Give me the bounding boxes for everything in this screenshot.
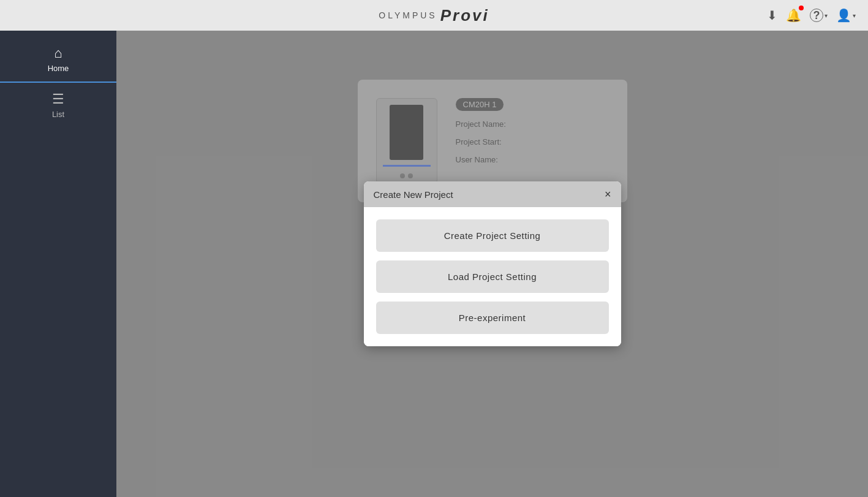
logo-olympus: olympus	[379, 10, 437, 20]
sidebar-item-home[interactable]: ⌂ Home	[0, 37, 116, 83]
modal-header: Create New Project ×	[364, 181, 621, 207]
notification-badge	[799, 6, 804, 10]
notification-icon[interactable]: 🔔	[786, 8, 801, 23]
sidebar-item-home-label: Home	[48, 64, 69, 73]
create-new-project-modal: Create New Project × Create Project Sett…	[364, 181, 621, 346]
header-actions: ⬇ 🔔 ? ▾ 👤 ▾	[767, 8, 856, 23]
pre-experiment-button[interactable]: Pre-experiment	[376, 302, 609, 334]
sidebar-item-list[interactable]: ☰ List	[0, 83, 116, 127]
user-icon: 👤	[836, 8, 851, 23]
user-menu[interactable]: 👤 ▾	[836, 8, 856, 23]
sidebar-item-list-label: List	[52, 110, 64, 119]
load-project-setting-button[interactable]: Load Project Setting	[376, 260, 609, 293]
modal-title: Create New Project	[374, 189, 453, 200]
create-project-setting-button[interactable]: Create Project Setting	[376, 219, 609, 252]
list-icon: ☰	[52, 91, 64, 107]
modal-overlay: Create New Project × Create Project Sett…	[116, 31, 868, 497]
logo-provi: Provi	[440, 6, 489, 25]
help-icon: ?	[810, 9, 823, 22]
app-logo: olympus Provi	[379, 6, 489, 25]
download-icon[interactable]: ⬇	[767, 8, 777, 23]
home-icon: ⌂	[54, 45, 62, 61]
header: olympus Provi ⬇ 🔔 ? ▾ 👤 ▾	[0, 0, 868, 31]
help-menu[interactable]: ? ▾	[810, 9, 828, 22]
help-arrow-icon: ▾	[825, 12, 828, 19]
modal-body: Create Project Setting Load Project Sett…	[364, 207, 621, 346]
user-arrow-icon: ▾	[853, 12, 856, 19]
sidebar: ⌂ Home ☰ List	[0, 31, 116, 497]
modal-close-button[interactable]: ×	[605, 189, 611, 200]
